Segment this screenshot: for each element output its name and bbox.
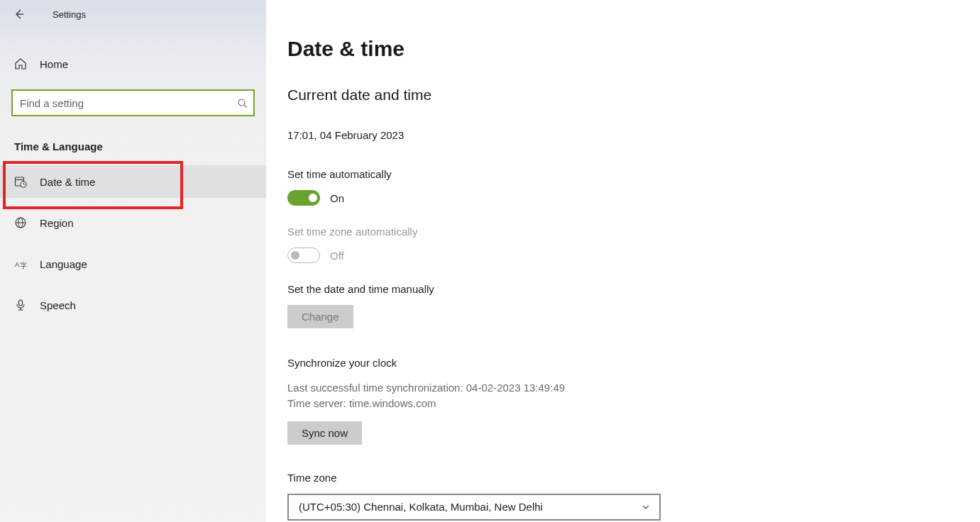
home-icon [14,57,27,70]
globe-icon [14,216,27,229]
svg-rect-11 [19,300,23,306]
sync-last: Last successful time synchronization: 04… [287,380,980,396]
setting-set-manual: Set the date and time manually Change [287,283,980,328]
setting-set-time-auto: Set time automatically On [287,168,980,206]
sync-now-button[interactable]: Sync now [287,421,362,445]
current-datetime: 17:01, 04 February 2023 [287,129,980,141]
calendar-clock-icon [14,175,27,188]
section-current-datetime: Current date and time [287,87,980,104]
svg-text:字: 字 [20,262,27,270]
toggle-state: Off [330,250,344,262]
microphone-icon [14,299,27,311]
sync-heading: Synchronize your clock [287,357,980,369]
search-input[interactable] [20,97,237,109]
sidebar-item-language[interactable]: A字 Language [0,248,266,280]
sidebar-item-label: Language [40,258,87,270]
timezone-select[interactable]: (UTC+05:30) Chennai, Kolkata, Mumbai, Ne… [287,494,661,521]
sidebar-item-date-time[interactable]: Date & time [0,165,266,198]
setting-label: Set the date and time manually [287,283,980,295]
svg-line-2 [244,105,247,108]
svg-point-1 [238,99,245,106]
sidebar-item-label: Date & time [40,176,95,188]
timezone-heading: Time zone [287,472,980,484]
setting-set-tz-auto: Set time zone automatically Off [287,226,980,263]
toggle-set-time-auto[interactable] [287,190,320,206]
sync-info: Last successful time synchronization: 04… [287,380,980,411]
sidebar-home[interactable]: Home [0,48,266,79]
language-icon: A字 [14,257,27,270]
chevron-down-icon [641,502,651,512]
page-title: Date & time [287,37,980,61]
toggle-state: On [330,192,344,204]
sidebar-item-region[interactable]: Region [0,206,266,239]
sidebar-home-label: Home [40,58,68,70]
change-button: Change [287,305,353,328]
sidebar-item-speech[interactable]: Speech [0,289,266,321]
setting-label: Set time zone automatically [287,226,980,238]
search-icon [237,98,248,109]
header-row: Settings [0,1,266,27]
search-box[interactable] [11,89,255,116]
toggle-set-tz-auto [287,248,320,263]
sidebar-category: Time & Language [14,140,266,152]
sync-server: Time server: time.windows.com [287,396,980,411]
sidebar: Settings Home Time & Language Date & tim… [0,0,266,522]
window-title: Settings [53,9,86,20]
timezone-selected: (UTC+05:30) Chennai, Kolkata, Mumbai, Ne… [299,501,543,513]
back-arrow-icon[interactable] [13,8,26,21]
sidebar-item-label: Speech [40,299,76,311]
sidebar-nav-list: Date & time Region A字 Language Speech [0,165,266,321]
main-content: Date & time Current date and time 17:01,… [266,0,980,522]
svg-text:A: A [15,261,19,268]
setting-label: Set time automatically [287,168,980,180]
sidebar-item-label: Region [40,217,74,229]
